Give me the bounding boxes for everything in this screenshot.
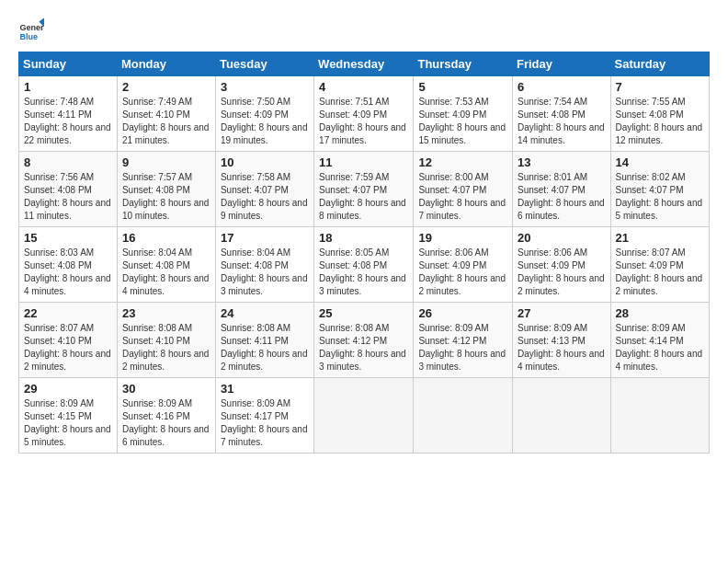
calendar-cell: 30 Sunrise: 8:09 AMSunset: 4:16 PMDaylig… xyxy=(117,378,215,454)
day-number: 2 xyxy=(122,80,210,94)
day-info: Sunrise: 7:48 AMSunset: 4:11 PMDaylight:… xyxy=(24,97,111,145)
day-number: 24 xyxy=(221,306,309,320)
calendar-cell xyxy=(314,378,414,454)
day-info: Sunrise: 8:09 AMSunset: 4:17 PMDaylight:… xyxy=(221,398,308,447)
calendar-cell: 27 Sunrise: 8:09 AMSunset: 4:13 PMDaylig… xyxy=(513,303,611,378)
day-info: Sunrise: 7:57 AMSunset: 4:08 PMDaylight:… xyxy=(122,172,210,221)
day-of-week-header: Wednesday xyxy=(314,52,414,76)
day-of-week-header: Sunday xyxy=(19,52,118,76)
calendar-cell: 7 Sunrise: 7:55 AMSunset: 4:08 PMDayligh… xyxy=(610,76,709,152)
calendar-cell: 11 Sunrise: 7:59 AMSunset: 4:07 PMDaylig… xyxy=(314,152,414,227)
calendar-cell xyxy=(414,378,513,454)
day-number: 16 xyxy=(122,231,210,245)
day-of-week-header: Monday xyxy=(117,52,215,76)
day-number: 4 xyxy=(319,80,408,94)
logo: General Blue xyxy=(18,17,48,42)
day-info: Sunrise: 8:06 AMSunset: 4:09 PMDaylight:… xyxy=(418,247,506,296)
calendar-cell: 5 Sunrise: 7:53 AMSunset: 4:09 PMDayligh… xyxy=(414,76,513,152)
logo-icon: General Blue xyxy=(18,17,44,42)
day-info: Sunrise: 8:07 AMSunset: 4:10 PMDaylight:… xyxy=(24,323,111,372)
calendar-body: 1 Sunrise: 7:48 AMSunset: 4:11 PMDayligh… xyxy=(19,76,710,454)
day-info: Sunrise: 7:59 AMSunset: 4:07 PMDaylight:… xyxy=(319,172,406,221)
day-info: Sunrise: 8:01 AMSunset: 4:07 PMDaylight:… xyxy=(518,172,605,221)
day-info: Sunrise: 8:04 AMSunset: 4:08 PMDaylight:… xyxy=(122,247,210,296)
day-info: Sunrise: 8:02 AMSunset: 4:07 PMDaylight:… xyxy=(616,172,703,221)
day-info: Sunrise: 8:09 AMSunset: 4:12 PMDaylight:… xyxy=(418,323,506,372)
day-info: Sunrise: 7:51 AMSunset: 4:09 PMDaylight:… xyxy=(319,97,406,145)
day-number: 13 xyxy=(518,155,606,169)
day-info: Sunrise: 7:56 AMSunset: 4:08 PMDaylight:… xyxy=(24,172,111,221)
calendar-cell: 29 Sunrise: 8:09 AMSunset: 4:15 PMDaylig… xyxy=(19,378,118,454)
day-number: 29 xyxy=(24,382,112,396)
calendar-cell: 22 Sunrise: 8:07 AMSunset: 4:10 PMDaylig… xyxy=(19,303,118,378)
day-info: Sunrise: 8:09 AMSunset: 4:14 PMDaylight:… xyxy=(616,323,703,372)
calendar-cell: 10 Sunrise: 7:58 AMSunset: 4:07 PMDaylig… xyxy=(215,152,313,227)
day-of-week-header: Tuesday xyxy=(215,52,313,76)
calendar-cell: 8 Sunrise: 7:56 AMSunset: 4:08 PMDayligh… xyxy=(19,152,118,227)
calendar-week: 15 Sunrise: 8:03 AMSunset: 4:08 PMDaylig… xyxy=(19,227,710,303)
calendar-cell: 2 Sunrise: 7:49 AMSunset: 4:10 PMDayligh… xyxy=(117,76,215,152)
calendar-cell: 12 Sunrise: 8:00 AMSunset: 4:07 PMDaylig… xyxy=(414,152,513,227)
day-number: 15 xyxy=(24,231,112,245)
day-number: 5 xyxy=(418,80,507,94)
day-info: Sunrise: 8:04 AMSunset: 4:08 PMDaylight:… xyxy=(221,247,308,296)
day-of-week-row: SundayMondayTuesdayWednesdayThursdayFrid… xyxy=(19,52,710,76)
calendar-cell xyxy=(513,378,611,454)
day-number: 11 xyxy=(319,155,408,169)
day-number: 28 xyxy=(616,306,704,320)
day-number: 20 xyxy=(518,231,606,245)
svg-text:Blue: Blue xyxy=(19,32,38,41)
day-info: Sunrise: 8:03 AMSunset: 4:08 PMDaylight:… xyxy=(24,247,111,296)
calendar-cell: 14 Sunrise: 8:02 AMSunset: 4:07 PMDaylig… xyxy=(610,152,709,227)
day-number: 9 xyxy=(122,155,210,169)
day-number: 3 xyxy=(221,80,309,94)
calendar-cell: 19 Sunrise: 8:06 AMSunset: 4:09 PMDaylig… xyxy=(414,227,513,303)
calendar-cell: 4 Sunrise: 7:51 AMSunset: 4:09 PMDayligh… xyxy=(314,76,414,152)
day-info: Sunrise: 8:07 AMSunset: 4:09 PMDaylight:… xyxy=(616,247,703,296)
calendar-cell: 25 Sunrise: 8:08 AMSunset: 4:12 PMDaylig… xyxy=(314,303,414,378)
calendar-cell: 9 Sunrise: 7:57 AMSunset: 4:08 PMDayligh… xyxy=(117,152,215,227)
calendar-cell: 26 Sunrise: 8:09 AMSunset: 4:12 PMDaylig… xyxy=(414,303,513,378)
calendar-week: 1 Sunrise: 7:48 AMSunset: 4:11 PMDayligh… xyxy=(19,76,710,152)
day-number: 25 xyxy=(319,306,408,320)
day-number: 23 xyxy=(122,306,210,320)
calendar-week: 8 Sunrise: 7:56 AMSunset: 4:08 PMDayligh… xyxy=(19,152,710,227)
calendar-cell: 21 Sunrise: 8:07 AMSunset: 4:09 PMDaylig… xyxy=(610,227,709,303)
day-info: Sunrise: 8:08 AMSunset: 4:11 PMDaylight:… xyxy=(221,323,308,372)
day-info: Sunrise: 8:06 AMSunset: 4:09 PMDaylight:… xyxy=(518,247,605,296)
day-of-week-header: Saturday xyxy=(610,52,709,76)
day-number: 12 xyxy=(418,155,507,169)
day-info: Sunrise: 7:55 AMSunset: 4:08 PMDaylight:… xyxy=(616,97,703,145)
calendar-cell: 6 Sunrise: 7:54 AMSunset: 4:08 PMDayligh… xyxy=(513,76,611,152)
day-info: Sunrise: 7:58 AMSunset: 4:07 PMDaylight:… xyxy=(221,172,308,221)
calendar-cell: 18 Sunrise: 8:05 AMSunset: 4:08 PMDaylig… xyxy=(314,227,414,303)
day-of-week-header: Thursday xyxy=(414,52,513,76)
day-number: 7 xyxy=(616,80,704,94)
day-of-week-header: Friday xyxy=(513,52,611,76)
calendar-week: 22 Sunrise: 8:07 AMSunset: 4:10 PMDaylig… xyxy=(19,303,710,378)
day-info: Sunrise: 7:49 AMSunset: 4:10 PMDaylight:… xyxy=(122,97,210,145)
calendar-cell: 20 Sunrise: 8:06 AMSunset: 4:09 PMDaylig… xyxy=(513,227,611,303)
day-info: Sunrise: 8:05 AMSunset: 4:08 PMDaylight:… xyxy=(319,247,406,296)
calendar-cell: 17 Sunrise: 8:04 AMSunset: 4:08 PMDaylig… xyxy=(215,227,313,303)
calendar-table: SundayMondayTuesdayWednesdayThursdayFrid… xyxy=(18,52,710,454)
day-number: 21 xyxy=(616,231,704,245)
day-number: 8 xyxy=(24,155,112,169)
calendar-cell: 28 Sunrise: 8:09 AMSunset: 4:14 PMDaylig… xyxy=(610,303,709,378)
day-info: Sunrise: 7:50 AMSunset: 4:09 PMDaylight:… xyxy=(221,97,308,145)
calendar-cell: 16 Sunrise: 8:04 AMSunset: 4:08 PMDaylig… xyxy=(117,227,215,303)
calendar-cell xyxy=(610,378,709,454)
day-info: Sunrise: 8:09 AMSunset: 4:13 PMDaylight:… xyxy=(518,323,605,372)
calendar-cell: 13 Sunrise: 8:01 AMSunset: 4:07 PMDaylig… xyxy=(513,152,611,227)
day-info: Sunrise: 8:09 AMSunset: 4:16 PMDaylight:… xyxy=(122,398,210,447)
day-number: 31 xyxy=(221,382,309,396)
day-info: Sunrise: 8:00 AMSunset: 4:07 PMDaylight:… xyxy=(418,172,506,221)
day-info: Sunrise: 8:09 AMSunset: 4:15 PMDaylight:… xyxy=(24,398,111,447)
calendar-cell: 23 Sunrise: 8:08 AMSunset: 4:10 PMDaylig… xyxy=(117,303,215,378)
calendar-cell: 15 Sunrise: 8:03 AMSunset: 4:08 PMDaylig… xyxy=(19,227,118,303)
day-number: 10 xyxy=(221,155,309,169)
day-number: 14 xyxy=(616,155,704,169)
day-number: 17 xyxy=(221,231,309,245)
day-number: 18 xyxy=(319,231,408,245)
header: General Blue xyxy=(18,17,710,42)
